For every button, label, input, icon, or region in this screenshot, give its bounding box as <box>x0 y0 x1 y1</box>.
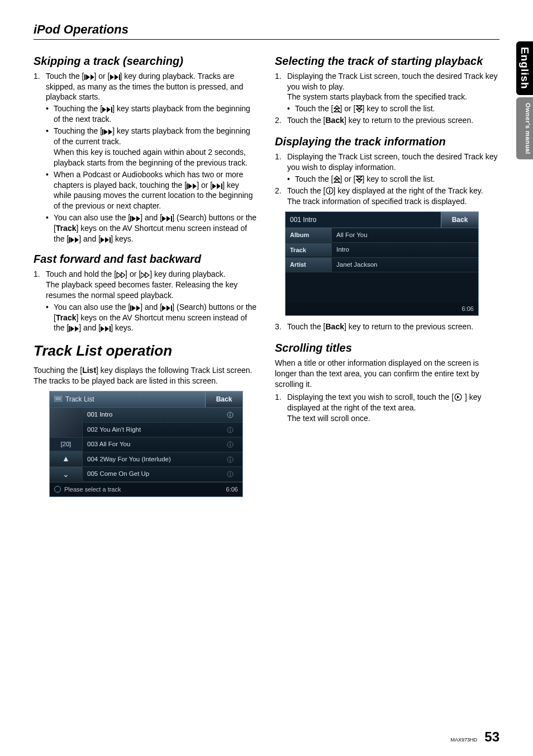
scroll-up-button[interactable]: ▲ <box>50 451 82 467</box>
prev-track-icon <box>69 323 79 332</box>
item-number: 1. <box>275 392 287 424</box>
paragraph: Touching the [List] key displays the fol… <box>34 365 258 386</box>
track-list-screenshot: Track List Back [20] ▲ ⌄ 001 Intro <box>49 391 243 497</box>
bullet-body: Touch the [] or [] key to scroll the lis… <box>295 174 499 185</box>
ss-title: Track List <box>50 391 205 407</box>
model-label: MAX973HD <box>450 737 477 743</box>
item-body: Touch the [] or [] key during playback. … <box>46 71 258 103</box>
list-item: 1. Displaying the Track List screen, tou… <box>275 152 499 173</box>
paragraph: When a title or other information displa… <box>275 358 499 390</box>
track-row[interactable]: 005 Come On Get Up <box>83 467 242 482</box>
item-body: Displaying the Track List screen, touch … <box>287 152 499 173</box>
list-item: 3. Touch the [Back] key to return to the… <box>275 322 499 332</box>
track-row[interactable]: 003 All For You <box>83 437 242 452</box>
prev-track-icon <box>84 72 94 81</box>
bullet-item: • Touch the [] or [] key to scroll the l… <box>287 174 499 185</box>
info-field-label: Artist <box>285 258 332 272</box>
svg-rect-15 <box>230 459 230 461</box>
bullet-dot: • <box>46 103 54 125</box>
svg-rect-6 <box>230 414 230 417</box>
track-info-screenshot: 001 Intro Back Album All For You Track I… <box>285 211 479 316</box>
ss-title: 001 Intro <box>285 212 441 228</box>
bullet-item: • When a Podcast or Audiobooks which has… <box>46 169 258 212</box>
svg-point-8 <box>230 428 231 429</box>
list-item: 2. Touch the [] key displayed at the rig… <box>275 186 499 207</box>
track-row[interactable]: 002 You Ain't Right <box>83 423 242 438</box>
svg-point-11 <box>230 443 231 444</box>
bullet-body: You can also use the [] and [] (Search) … <box>54 302 258 334</box>
prev-track-icon <box>187 181 197 190</box>
bullet-item: • Touching the [] key starts playback fr… <box>46 103 258 125</box>
scroll-down-button[interactable]: ⌄ <box>50 467 82 482</box>
item-body: Touch and hold the [] or [] key during p… <box>46 269 258 301</box>
bullet-dot: • <box>287 103 295 114</box>
list-item: 1. Displaying the text you wish to scrol… <box>275 392 499 424</box>
info-icon[interactable] <box>227 427 238 433</box>
right-column: Selecting the track of starting playback… <box>275 52 499 503</box>
heading-selecting-track: Selecting the track of starting playback <box>275 54 499 68</box>
bullet-dot: • <box>46 302 54 334</box>
item-body: Touch the [] key displayed at the right … <box>287 186 499 207</box>
scroll-down-icon <box>356 174 363 183</box>
next-track-icon <box>101 234 111 243</box>
next-track-icon <box>110 72 120 81</box>
bullet-item: • Touch the [] or [] key to scroll the l… <box>287 103 499 114</box>
content-columns: Skipping a track (searching) 1. Touch th… <box>34 52 499 503</box>
scroll-up-icon <box>334 104 340 113</box>
item-number: 1. <box>34 269 46 301</box>
list-item: 1. Touch and hold the [] or [] key durin… <box>34 269 258 301</box>
owners-manual-tab: Owner's manual <box>516 97 533 160</box>
info-field-value: Janet Jackson <box>336 261 478 270</box>
info-icon[interactable] <box>227 441 238 448</box>
item-number: 1. <box>34 71 46 103</box>
info-icon[interactable] <box>227 471 238 478</box>
heading-displaying-track-info: Displaying the track information <box>275 135 499 148</box>
bullet-item: • You can also use the [] and [] (Search… <box>46 212 258 244</box>
svg-point-14 <box>230 457 231 459</box>
info-row: Artist Janet Jackson <box>285 258 478 273</box>
ss-footer: 6:06 <box>285 303 478 315</box>
info-icon <box>326 186 334 195</box>
list-icon <box>54 395 62 404</box>
ss-back-button[interactable]: Back <box>441 212 478 228</box>
info-row: Album All For You <box>285 228 478 243</box>
side-tabs: English Owner's manual <box>516 41 533 162</box>
heading-track-list-operation: Track List operation <box>34 341 258 361</box>
bullet-body: Touch the [] or [] key to scroll the lis… <box>295 103 499 114</box>
prev-track-icon <box>102 126 112 135</box>
ss-back-button[interactable]: Back <box>205 391 242 407</box>
info-field-value: Intro <box>336 245 478 254</box>
language-tab: English <box>516 41 533 95</box>
rewind-icon <box>116 270 125 278</box>
page-footer: MAX973HD 53 <box>450 728 499 746</box>
bullet-body: You can also use the [] and [] (Search) … <box>54 212 258 244</box>
info-icon[interactable] <box>227 412 238 418</box>
svg-point-5 <box>230 413 231 414</box>
ss-time: 6:06 <box>462 305 474 313</box>
item-number: 2. <box>275 186 287 207</box>
prev-track-icon <box>130 303 140 311</box>
svg-rect-18 <box>230 474 230 476</box>
scroll-up-icon <box>334 174 340 183</box>
ss-info-list: Album All For You Track Intro Artist Jan… <box>285 228 478 303</box>
ss-track-list: 001 Intro 002 You Ain't Right 003 All Fo… <box>83 408 242 482</box>
track-row[interactable]: 004 2Way For You (Interlude) <box>83 452 242 467</box>
list-item: 1. Displaying the Track List screen, tou… <box>275 71 499 103</box>
left-column: Skipping a track (searching) 1. Touch th… <box>34 52 258 503</box>
bullet-body: When a Podcast or Audiobooks which has t… <box>54 169 258 212</box>
next-track-icon <box>102 104 112 113</box>
track-row[interactable]: 001 Intro <box>83 408 242 423</box>
item-number: 3. <box>275 322 287 332</box>
info-icon[interactable] <box>227 456 238 463</box>
bullet-item: • Touching the [] key starts playback fr… <box>46 126 258 168</box>
svg-point-20 <box>329 188 330 190</box>
item-body: Touch the [Back] key to return to the pr… <box>287 115 499 126</box>
info-field-value: All For You <box>336 231 478 240</box>
scroll-down-icon <box>356 104 363 113</box>
svg-point-17 <box>230 472 231 474</box>
item-body: Displaying the text you wish to scroll, … <box>287 392 499 424</box>
page-number: 53 <box>484 729 499 744</box>
bullet-body: Touching the [] key starts playback from… <box>54 103 258 125</box>
section-header: iPod Operations <box>34 21 499 40</box>
scroll-right-icon <box>454 393 463 401</box>
